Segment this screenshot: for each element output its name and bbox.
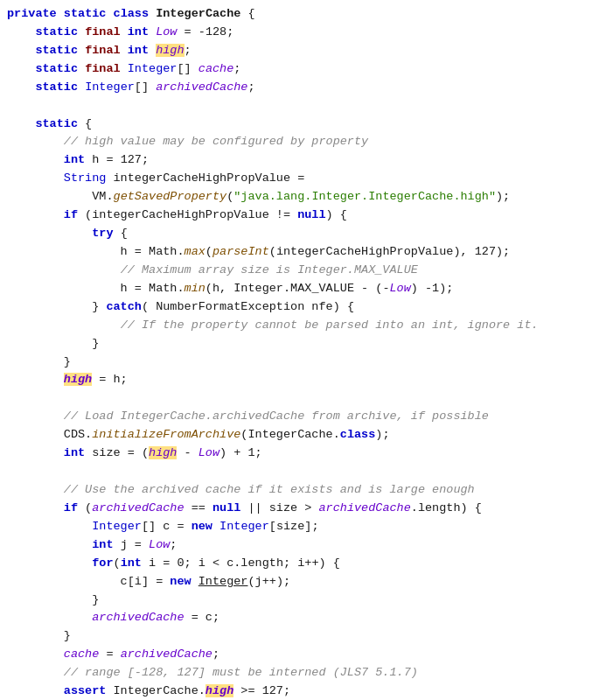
code-line-29: Integer[] c = new Integer[size]; [0, 518, 599, 536]
code-line-35: } [0, 627, 599, 646]
code-line-9: int h = 127; [0, 151, 599, 170]
code-line-30: int j = Low; [0, 536, 599, 555]
code-line-14: h = Math.max(parseInt(integerCacheHighPr… [0, 243, 599, 262]
code-line-18: // If the property cannot be parsed into… [0, 317, 599, 335]
code-line-13: try { [0, 225, 599, 243]
code-line-12: if (integerCacheHighPropValue != null) { [0, 206, 599, 225]
code-line-17: } catch( NumberFormatException nfe) { [0, 298, 599, 317]
code-line-10: String integerCacheHighPropValue = [0, 170, 599, 188]
code-line-3: static final int high; [0, 42, 599, 60]
code-line-11: VM.getSavedProperty("java.lang.Integer.I… [0, 188, 599, 206]
code-line-36: cache = archivedCache; [0, 646, 599, 664]
code-line-28: if (archivedCache == null || size > arch… [0, 500, 599, 518]
code-line-37: // range [-128, 127] must be interned (J… [0, 664, 599, 682]
code-line-24: CDS.initializeFromArchive(IntegerCache.c… [0, 426, 599, 444]
code-line-32: c[i] = new Integer(j++); [0, 573, 599, 592]
code-line-4: static final Integer[] cache; [0, 60, 599, 79]
code-line-1: private static class IntegerCache { [0, 5, 599, 24]
code-line-2: static final int Low = -128; [0, 24, 599, 42]
code-line-8: // high value may be configured by prope… [0, 133, 599, 151]
code-line-20: } [0, 354, 599, 372]
code-line-25: int size = (high - Low) + 1; [0, 444, 599, 463]
code-line-38: assert IntegerCache.high >= 127; [0, 682, 599, 700]
code-line-7: static { [0, 116, 599, 134]
code-line-27: // Use the archived cache if it exists a… [0, 481, 599, 500]
code-line-31: for(int i = 0; i < c.length; i++) { [0, 555, 599, 573]
code-line-26 [0, 463, 599, 481]
code-line-34: archivedCache = c; [0, 609, 599, 627]
code-line-16: h = Math.min(h, Integer.MAX_VALUE - (-Lo… [0, 280, 599, 298]
code-line-19: } [0, 335, 599, 354]
code-line-15: // Maximum array size is Integer.MAX_VAL… [0, 262, 599, 280]
code-line-33: } [0, 592, 599, 610]
code-container: private static class IntegerCache { stat… [0, 0, 599, 700]
code-line-21: high = h; [0, 371, 599, 389]
code-line-6 [0, 97, 599, 116]
code-line-23: // Load IntegerCache.archivedCache from … [0, 408, 599, 426]
code-line-22 [0, 389, 599, 408]
code-line-5: static Integer[] archivedCache; [0, 79, 599, 97]
